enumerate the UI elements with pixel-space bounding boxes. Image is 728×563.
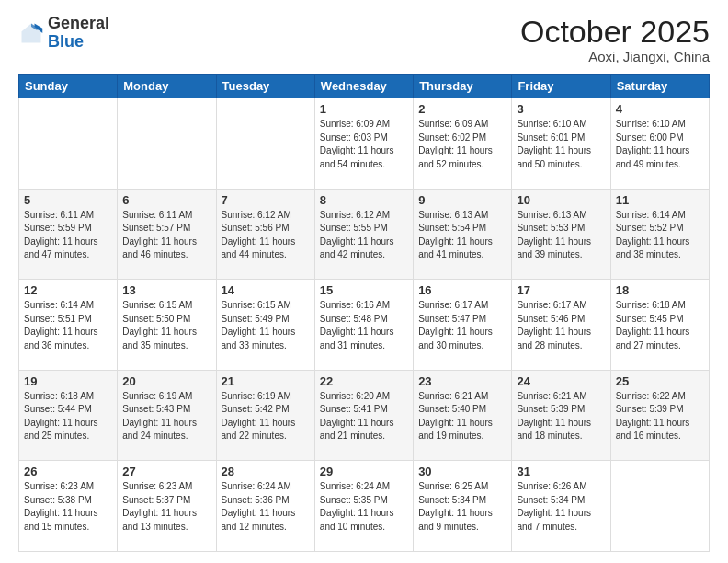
header-friday: Friday: [512, 75, 610, 98]
header-monday: Monday: [118, 75, 216, 98]
day-info-17: Sunrise: 6:17 AM Sunset: 5:46 PM Dayligh…: [517, 299, 605, 352]
cell-w0-d4: 2Sunrise: 6:09 AM Sunset: 6:02 PM Daylig…: [414, 98, 512, 190]
day-number-30: 30: [418, 465, 506, 478]
logo-icon: [18, 20, 44, 46]
day-number-28: 28: [222, 465, 310, 478]
week-row-1: 5Sunrise: 6:11 AM Sunset: 5:59 PM Daylig…: [19, 189, 710, 280]
day-number-2: 2: [418, 102, 506, 116]
day-info-28: Sunrise: 6:24 AM Sunset: 5:36 PM Dayligh…: [222, 480, 310, 534]
cell-w2-d2: 14Sunrise: 6:15 AM Sunset: 5:49 PM Dayli…: [216, 280, 314, 371]
day-number-20: 20: [122, 374, 210, 388]
day-number-19: 19: [24, 374, 112, 388]
day-info-5: Sunrise: 6:11 AM Sunset: 5:59 PM Dayligh…: [24, 209, 112, 262]
day-info-26: Sunrise: 6:23 AM Sunset: 5:38 PM Dayligh…: [24, 480, 112, 534]
logo-text: General Blue: [48, 15, 109, 52]
day-number-29: 29: [320, 465, 408, 478]
day-info-24: Sunrise: 6:21 AM Sunset: 5:39 PM Dayligh…: [517, 390, 605, 443]
day-info-10: Sunrise: 6:13 AM Sunset: 5:53 PM Dayligh…: [517, 209, 605, 262]
cell-w0-d0: [19, 98, 118, 190]
day-number-7: 7: [222, 193, 310, 207]
week-row-4: 26Sunrise: 6:23 AM Sunset: 5:38 PM Dayli…: [19, 461, 710, 552]
day-info-20: Sunrise: 6:19 AM Sunset: 5:43 PM Dayligh…: [122, 390, 210, 443]
day-number-21: 21: [222, 374, 310, 388]
day-number-24: 24: [517, 374, 605, 388]
cell-w4-d1: 27Sunrise: 6:23 AM Sunset: 5:37 PM Dayli…: [118, 461, 216, 552]
day-number-1: 1: [320, 102, 408, 116]
cell-w3-d2: 21Sunrise: 6:19 AM Sunset: 5:42 PM Dayli…: [216, 370, 314, 461]
day-number-4: 4: [616, 102, 704, 116]
cell-w4-d2: 28Sunrise: 6:24 AM Sunset: 5:36 PM Dayli…: [216, 461, 314, 552]
day-info-4: Sunrise: 6:10 AM Sunset: 6:00 PM Dayligh…: [616, 118, 704, 171]
cell-w0-d1: [118, 98, 216, 190]
cell-w4-d6: [610, 461, 709, 552]
day-number-22: 22: [320, 374, 408, 388]
day-number-3: 3: [517, 102, 605, 116]
day-info-6: Sunrise: 6:11 AM Sunset: 5:57 PM Dayligh…: [122, 209, 210, 262]
calendar-table: Sunday Monday Tuesday Wednesday Thursday…: [18, 74, 710, 552]
logo: General Blue: [18, 15, 109, 52]
cell-w4-d3: 29Sunrise: 6:24 AM Sunset: 5:35 PM Dayli…: [314, 461, 413, 552]
day-info-21: Sunrise: 6:19 AM Sunset: 5:42 PM Dayligh…: [222, 390, 310, 443]
cell-w2-d3: 15Sunrise: 6:16 AM Sunset: 5:48 PM Dayli…: [314, 280, 413, 371]
day-info-7: Sunrise: 6:12 AM Sunset: 5:56 PM Dayligh…: [222, 209, 310, 262]
cell-w0-d3: 1Sunrise: 6:09 AM Sunset: 6:03 PM Daylig…: [314, 98, 413, 190]
cell-w0-d2: [216, 98, 314, 190]
day-number-18: 18: [616, 283, 704, 297]
cell-w0-d6: 4Sunrise: 6:10 AM Sunset: 6:00 PM Daylig…: [610, 98, 709, 190]
week-row-2: 12Sunrise: 6:14 AM Sunset: 5:51 PM Dayli…: [19, 280, 710, 371]
cell-w3-d4: 23Sunrise: 6:21 AM Sunset: 5:40 PM Dayli…: [414, 370, 512, 461]
day-info-23: Sunrise: 6:21 AM Sunset: 5:40 PM Dayligh…: [418, 390, 506, 443]
header-sunday: Sunday: [19, 75, 118, 98]
weekday-header-row: Sunday Monday Tuesday Wednesday Thursday…: [19, 75, 710, 98]
cell-w2-d5: 17Sunrise: 6:17 AM Sunset: 5:46 PM Dayli…: [512, 280, 610, 371]
header-saturday: Saturday: [610, 75, 709, 98]
week-row-3: 19Sunrise: 6:18 AM Sunset: 5:44 PM Dayli…: [19, 370, 710, 461]
cell-w1-d3: 8Sunrise: 6:12 AM Sunset: 5:55 PM Daylig…: [314, 189, 413, 280]
cell-w0-d5: 3Sunrise: 6:10 AM Sunset: 6:01 PM Daylig…: [512, 98, 610, 190]
day-info-9: Sunrise: 6:13 AM Sunset: 5:54 PM Dayligh…: [418, 209, 506, 262]
header-tuesday: Tuesday: [216, 75, 314, 98]
header-wednesday: Wednesday: [314, 75, 413, 98]
day-number-16: 16: [418, 283, 506, 297]
day-number-6: 6: [122, 193, 210, 207]
day-number-17: 17: [517, 283, 605, 297]
day-number-5: 5: [24, 193, 112, 207]
day-number-23: 23: [418, 374, 506, 388]
day-number-12: 12: [24, 283, 112, 297]
day-info-13: Sunrise: 6:15 AM Sunset: 5:50 PM Dayligh…: [122, 299, 210, 352]
cell-w3-d0: 19Sunrise: 6:18 AM Sunset: 5:44 PM Dayli…: [19, 370, 118, 461]
day-number-11: 11: [616, 193, 704, 207]
day-number-13: 13: [122, 283, 210, 297]
day-info-3: Sunrise: 6:10 AM Sunset: 6:01 PM Dayligh…: [517, 118, 605, 171]
logo-general-text: General: [48, 14, 109, 32]
day-info-19: Sunrise: 6:18 AM Sunset: 5:44 PM Dayligh…: [24, 390, 112, 443]
title-block: October 2025 Aoxi, Jiangxi, China: [520, 15, 710, 64]
day-info-31: Sunrise: 6:26 AM Sunset: 5:34 PM Dayligh…: [517, 480, 605, 534]
day-number-8: 8: [320, 193, 408, 207]
day-info-15: Sunrise: 6:16 AM Sunset: 5:48 PM Dayligh…: [320, 299, 408, 352]
cell-w4-d0: 26Sunrise: 6:23 AM Sunset: 5:38 PM Dayli…: [19, 461, 118, 552]
cell-w1-d4: 9Sunrise: 6:13 AM Sunset: 5:54 PM Daylig…: [414, 189, 512, 280]
week-row-0: 1Sunrise: 6:09 AM Sunset: 6:03 PM Daylig…: [19, 98, 710, 190]
day-number-9: 9: [418, 193, 506, 207]
day-info-11: Sunrise: 6:14 AM Sunset: 5:52 PM Dayligh…: [616, 209, 704, 262]
cell-w4-d5: 31Sunrise: 6:26 AM Sunset: 5:34 PM Dayli…: [512, 461, 610, 552]
cell-w2-d1: 13Sunrise: 6:15 AM Sunset: 5:50 PM Dayli…: [118, 280, 216, 371]
cell-w1-d5: 10Sunrise: 6:13 AM Sunset: 5:53 PM Dayli…: [512, 189, 610, 280]
day-info-2: Sunrise: 6:09 AM Sunset: 6:02 PM Dayligh…: [418, 118, 506, 171]
cell-w1-d0: 5Sunrise: 6:11 AM Sunset: 5:59 PM Daylig…: [19, 189, 118, 280]
day-info-29: Sunrise: 6:24 AM Sunset: 5:35 PM Dayligh…: [320, 480, 408, 534]
cell-w3-d6: 25Sunrise: 6:22 AM Sunset: 5:39 PM Dayli…: [610, 370, 709, 461]
cell-w3-d5: 24Sunrise: 6:21 AM Sunset: 5:39 PM Dayli…: [512, 370, 610, 461]
cell-w1-d6: 11Sunrise: 6:14 AM Sunset: 5:52 PM Dayli…: [610, 189, 709, 280]
day-info-16: Sunrise: 6:17 AM Sunset: 5:47 PM Dayligh…: [418, 299, 506, 352]
month-title: October 2025: [520, 15, 710, 49]
logo-blue-text: Blue: [48, 32, 84, 51]
day-number-15: 15: [320, 283, 408, 297]
location: Aoxi, Jiangxi, China: [520, 49, 710, 64]
day-info-1: Sunrise: 6:09 AM Sunset: 6:03 PM Dayligh…: [320, 118, 408, 171]
cell-w1-d2: 7Sunrise: 6:12 AM Sunset: 5:56 PM Daylig…: [216, 189, 314, 280]
cell-w2-d4: 16Sunrise: 6:17 AM Sunset: 5:47 PM Dayli…: [414, 280, 512, 371]
cell-w2-d6: 18Sunrise: 6:18 AM Sunset: 5:45 PM Dayli…: [610, 280, 709, 371]
cell-w4-d4: 30Sunrise: 6:25 AM Sunset: 5:34 PM Dayli…: [414, 461, 512, 552]
